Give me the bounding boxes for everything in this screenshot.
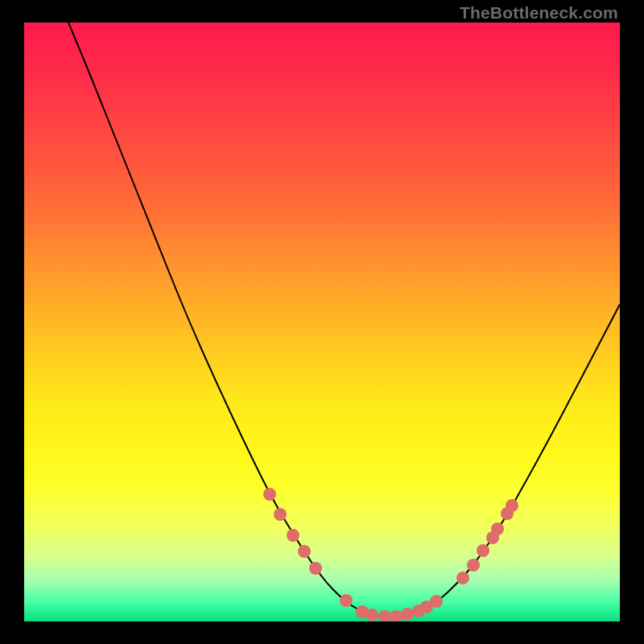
bead-group bbox=[263, 488, 518, 621]
bead-point bbox=[309, 562, 322, 575]
bead-point bbox=[390, 610, 402, 621]
bead-point bbox=[430, 595, 443, 608]
bead-point bbox=[456, 572, 469, 584]
bead-point bbox=[298, 545, 311, 558]
bead-point bbox=[477, 544, 489, 557]
watermark-text: TheBottleneck.com bbox=[460, 3, 618, 23]
plot-area bbox=[24, 23, 620, 621]
bead-point bbox=[378, 610, 391, 621]
bead-point bbox=[365, 609, 378, 621]
bead-point bbox=[274, 508, 287, 521]
bead-point bbox=[340, 594, 353, 607]
bead-point bbox=[491, 522, 504, 535]
bead-point bbox=[506, 499, 518, 512]
bead-point bbox=[263, 488, 276, 501]
bottleneck-curve bbox=[68, 23, 620, 617]
bead-point bbox=[401, 608, 414, 621]
curve-svg bbox=[24, 23, 620, 621]
chart-stage: TheBottleneck.com bbox=[0, 0, 644, 644]
bead-point bbox=[467, 559, 480, 572]
bead-point bbox=[287, 529, 299, 542]
